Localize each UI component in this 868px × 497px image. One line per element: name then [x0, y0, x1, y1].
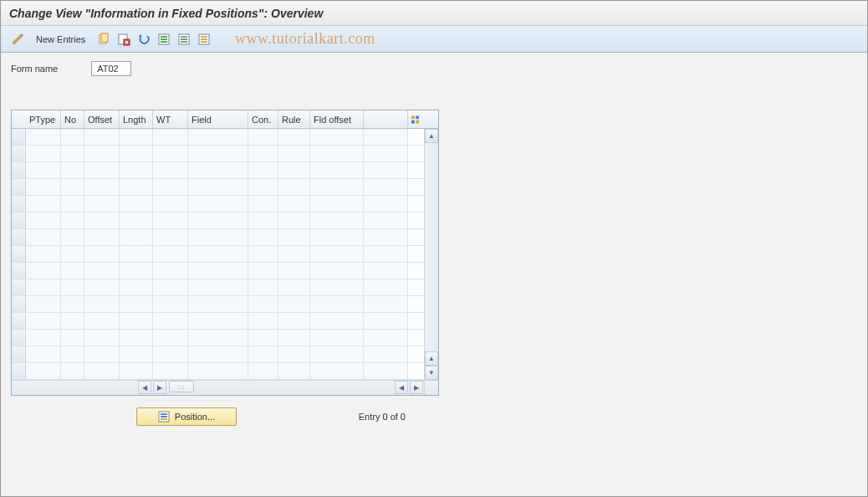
svg-rect-18 [411, 120, 415, 123]
row-selector[interactable] [12, 229, 26, 245]
toggle-display-icon[interactable] [9, 31, 26, 48]
select-all-icon[interactable] [156, 31, 172, 48]
delete-icon[interactable] [115, 31, 132, 48]
column-header-ptype[interactable]: PType [26, 110, 61, 128]
select-block-icon[interactable] [176, 31, 192, 48]
scroll-down-icon[interactable]: ▼ [425, 366, 438, 380]
table-row [12, 179, 424, 196]
table-row [12, 263, 424, 279]
row-selector[interactable] [12, 330, 26, 346]
table-row [12, 346, 424, 363]
svg-rect-23 [161, 418, 167, 420]
table-row [12, 196, 424, 213]
table-row [12, 229, 424, 246]
svg-rect-10 [181, 38, 187, 40]
row-selector[interactable] [12, 263, 26, 279]
table-row [12, 213, 424, 229]
svg-rect-1 [101, 33, 108, 42]
table-container: PType No Offset Lngth WT Field Con. Rule… [11, 110, 439, 396]
row-selector[interactable] [12, 313, 26, 329]
table-row [12, 296, 424, 313]
table-row [12, 279, 424, 296]
table-row [12, 162, 424, 179]
table-row [12, 246, 424, 263]
table-row [12, 146, 424, 162]
column-header-extra [364, 110, 408, 128]
column-header-wt[interactable]: WT [153, 110, 188, 128]
svg-rect-22 [161, 416, 167, 418]
column-header-con[interactable]: Con. [248, 110, 278, 128]
table-config-icon[interactable] [408, 110, 422, 128]
svg-rect-7 [161, 41, 167, 43]
column-header-lngth[interactable]: Lngth [120, 110, 153, 128]
toolbar: New Entries www.tutorialkart.com [1, 26, 867, 53]
table-row [12, 330, 424, 346]
row-selector[interactable] [12, 346, 26, 362]
row-selector[interactable] [12, 179, 26, 195]
row-selector[interactable] [12, 129, 26, 145]
position-icon [158, 411, 170, 423]
row-selector[interactable] [12, 146, 26, 161]
svg-rect-13 [201, 36, 207, 38]
row-selector[interactable] [12, 246, 26, 262]
svg-rect-17 [416, 115, 419, 119]
title-bar: Change View "Information in Fixed Positi… [1, 1, 867, 26]
scroll-left-end-icon[interactable]: ◀ [395, 381, 408, 394]
table-row [12, 363, 424, 380]
horizontal-scrollbar[interactable]: ◀ ▶ ::: ◀ ▶ [12, 380, 438, 395]
svg-rect-16 [411, 115, 415, 119]
column-header-offset[interactable]: Offset [84, 110, 120, 128]
table-rows [12, 129, 424, 380]
position-button[interactable]: Position... [136, 407, 237, 426]
row-selector[interactable] [12, 363, 26, 379]
scroll-left-icon[interactable]: ◀ [138, 381, 151, 394]
svg-rect-21 [161, 413, 167, 415]
position-label: Position... [175, 412, 215, 422]
row-selector[interactable] [12, 162, 26, 178]
row-selector[interactable] [12, 296, 26, 312]
svg-rect-15 [201, 41, 207, 43]
scroll-track[interactable] [425, 143, 438, 351]
table-footer: Position... Entry 0 of 0 [11, 407, 439, 426]
form-name-row: Form name AT02 [11, 61, 857, 76]
table-row [12, 313, 424, 330]
scroll-up-page-icon[interactable]: ▲ [425, 351, 438, 366]
svg-rect-5 [161, 36, 167, 38]
scroll-thumb[interactable]: ::: [169, 381, 194, 392]
table-row [12, 129, 424, 146]
svg-rect-6 [161, 38, 167, 40]
column-header-field[interactable]: Field [188, 110, 248, 128]
new-entries-button[interactable]: New Entries [29, 31, 92, 48]
watermark-text: www.tutorialkart.com [235, 30, 375, 48]
row-selector[interactable] [12, 279, 26, 295]
vertical-scrollbar[interactable]: ▲ ▲ ▼ [424, 129, 438, 380]
page-title: Change View "Information in Fixed Positi… [9, 7, 323, 20]
row-selector[interactable] [12, 196, 26, 212]
form-name-value: AT02 [91, 61, 131, 76]
copy-icon[interactable] [95, 31, 112, 48]
column-header-rule[interactable]: Rule [278, 110, 310, 128]
svg-rect-11 [181, 41, 187, 43]
column-header-no[interactable]: No [61, 110, 84, 128]
svg-rect-9 [181, 36, 187, 38]
svg-rect-14 [201, 38, 207, 40]
table-body: ▲ ▲ ▼ [12, 129, 438, 380]
form-name-label: Form name [11, 64, 58, 74]
scroll-right-icon[interactable]: ▶ [153, 381, 166, 394]
row-selector-header[interactable] [12, 110, 26, 128]
undo-icon[interactable] [135, 31, 152, 48]
content-area: Form name AT02 PType No Offset Lngth WT … [1, 53, 867, 434]
svg-rect-19 [416, 120, 419, 123]
scroll-up-icon[interactable]: ▲ [425, 129, 438, 143]
entry-count: Entry 0 of 0 [359, 412, 406, 422]
scroll-right-end-icon[interactable]: ▶ [410, 381, 423, 394]
row-selector[interactable] [12, 213, 26, 228]
deselect-all-icon[interactable] [196, 31, 212, 48]
table-header: PType No Offset Lngth WT Field Con. Rule… [12, 110, 438, 129]
column-header-fldoffset[interactable]: Fld offset [310, 110, 364, 128]
